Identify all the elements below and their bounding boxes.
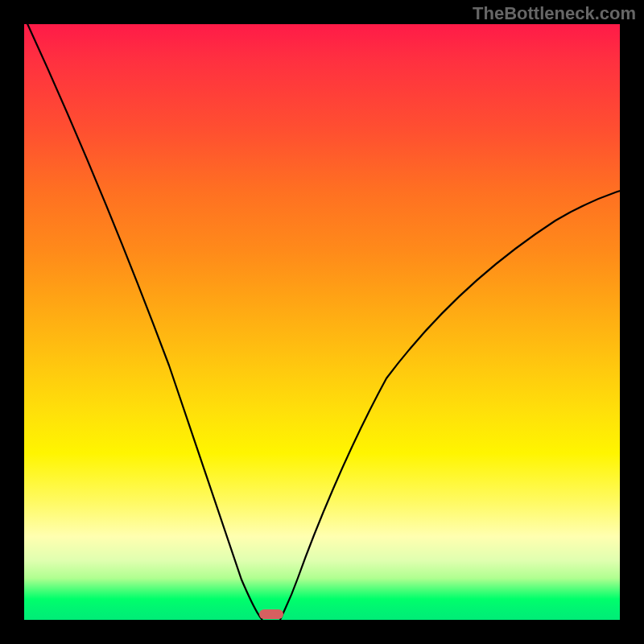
curve-left-branch xyxy=(24,24,262,620)
curve-right-branch xyxy=(280,188,620,620)
plot-area xyxy=(24,24,620,620)
attribution-text: TheBottleneck.com xyxy=(473,3,636,24)
optimal-marker xyxy=(259,609,283,619)
bottleneck-curve xyxy=(24,24,620,620)
